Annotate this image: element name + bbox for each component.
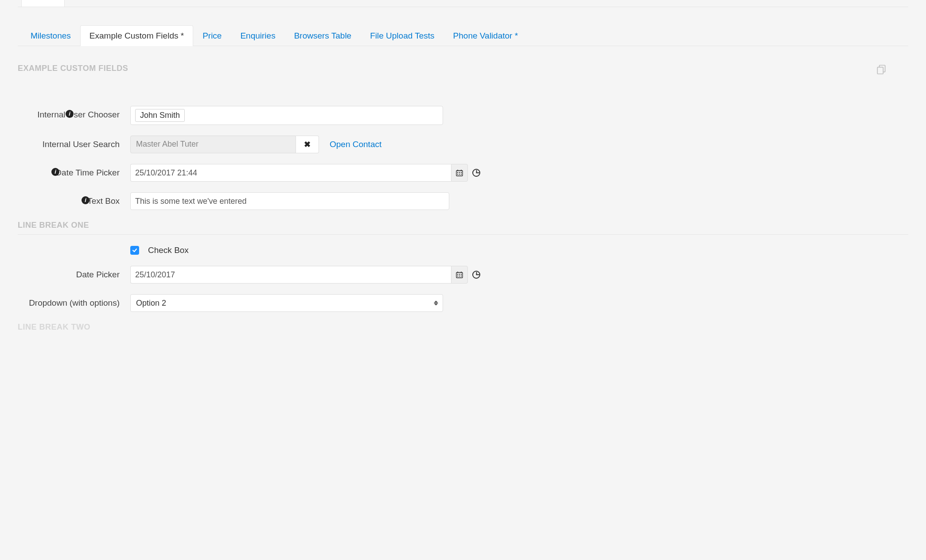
- calendar-button[interactable]: [451, 266, 468, 284]
- row-internal-user-search: Internal User Search Master Abel Tuter ✖…: [18, 136, 908, 153]
- tab-file-upload-tests[interactable]: File Upload Tests: [361, 25, 444, 46]
- svg-rect-5: [461, 172, 462, 173]
- label-date-picker: Date Picker: [76, 270, 120, 279]
- info-icon[interactable]: i: [82, 196, 89, 204]
- date-time-value[interactable]: [135, 168, 447, 178]
- label-check-box: Check Box: [148, 245, 189, 255]
- label-text-box: Text Box: [87, 196, 120, 206]
- info-icon[interactable]: i: [51, 168, 59, 176]
- user-token[interactable]: John Smith: [135, 109, 185, 122]
- section-title-text: EXAMPLE CUSTOM FIELDS: [18, 64, 128, 73]
- date-time-picker-input[interactable]: [130, 164, 451, 182]
- tab-browsers-table[interactable]: Browsers Table: [285, 25, 361, 46]
- check-box-input[interactable]: [130, 246, 139, 255]
- svg-rect-12: [457, 274, 458, 275]
- calendar-icon: [456, 271, 463, 278]
- calendar-button[interactable]: [451, 164, 468, 182]
- section-title-example-custom-fields: EXAMPLE CUSTOM FIELDS: [18, 64, 908, 78]
- tab-example-custom-fields[interactable]: Example Custom Fields *: [80, 25, 193, 46]
- date-picker-value[interactable]: [135, 270, 447, 280]
- dropdown-select[interactable]: Option 2: [130, 294, 443, 312]
- dropdown-value: Option 2: [136, 299, 166, 308]
- label-dropdown: Dropdown (with options): [29, 298, 120, 307]
- svg-rect-15: [457, 276, 458, 276]
- svg-rect-11: [456, 272, 463, 278]
- section-title-line-break-one: LINE BREAK ONE: [18, 221, 908, 235]
- svg-rect-14: [461, 274, 462, 275]
- history-icon[interactable]: [472, 169, 480, 177]
- close-icon: ✖: [304, 140, 311, 149]
- open-contact-link[interactable]: Open Contact: [330, 140, 381, 149]
- label-date-time-picker: Date Time Picker: [55, 168, 120, 177]
- svg-rect-13: [459, 274, 460, 275]
- history-icon[interactable]: [472, 271, 480, 279]
- clear-button[interactable]: ✖: [296, 136, 319, 153]
- tab-price[interactable]: Price: [193, 25, 231, 46]
- svg-rect-2: [456, 171, 463, 176]
- tab-enquiries[interactable]: Enquiries: [231, 25, 284, 46]
- svg-rect-7: [459, 174, 460, 175]
- tab-bar: Milestones Example Custom Fields * Price…: [18, 25, 908, 46]
- internal-user-search-value: Master Abel Tuter: [130, 136, 296, 153]
- row-dropdown: Dropdown (with options) Option 2: [18, 294, 908, 312]
- prior-tab-stub: [18, 0, 908, 7]
- section-title-line-break-two: LINE BREAK TWO: [18, 323, 908, 336]
- row-internal-user-chooser: i Internal User Chooser John Smith: [18, 106, 908, 125]
- calendar-icon: [456, 169, 463, 176]
- row-date-picker: Date Picker: [18, 266, 908, 284]
- info-icon[interactable]: i: [66, 110, 74, 118]
- text-box-value[interactable]: [135, 197, 444, 206]
- tab-milestones[interactable]: Milestones: [21, 25, 80, 46]
- internal-user-chooser-input[interactable]: John Smith: [130, 106, 443, 125]
- date-picker-input[interactable]: [130, 266, 451, 284]
- copy-icon[interactable]: [875, 64, 887, 78]
- text-box-input[interactable]: [130, 192, 449, 210]
- svg-rect-1: [877, 67, 883, 74]
- svg-rect-17: [461, 276, 462, 276]
- chevron-updown-icon: [434, 301, 438, 306]
- tab-phone-validator[interactable]: Phone Validator *: [444, 25, 527, 46]
- label-internal-user-search: Internal User Search: [43, 140, 120, 149]
- row-check-box: Check Box: [18, 245, 908, 255]
- label-internal-user-chooser: Internal User Chooser: [37, 110, 120, 119]
- svg-rect-8: [461, 174, 462, 175]
- row-text-box: i Text Box: [18, 192, 908, 210]
- svg-rect-3: [457, 172, 458, 173]
- row-date-time-picker: i Date Time Picker: [18, 164, 908, 182]
- svg-rect-6: [457, 174, 458, 175]
- svg-rect-16: [459, 276, 460, 276]
- svg-rect-4: [459, 172, 460, 173]
